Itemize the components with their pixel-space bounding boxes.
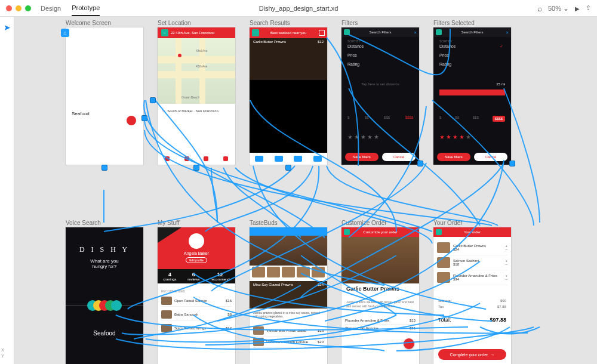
artboard-voice-search[interactable]: D I S H Y What are youhungry for? Seafoo… [66, 227, 143, 364]
tab-prototype[interactable]: Prototype [72, 1, 100, 16]
artboard-label[interactable]: Welcome Screen [66, 20, 111, 26]
artboard-label[interactable]: Customize Order [341, 220, 387, 226]
artboard-search-results[interactable]: Best seafood near you Garlic Butter Praw… [250, 27, 327, 165]
back-button[interactable] [436, 29, 442, 35]
window-maximize-icon[interactable] [25, 5, 31, 11]
profile-list: RECOMMENDED Open Faced Salmon$16 Baba Ga… [158, 287, 235, 364]
list-item[interactable]: Open Faced Salmon$16 [161, 295, 232, 307]
sort-rating[interactable]: Rating [347, 62, 364, 66]
order-item[interactable]: Salmon Sashimi$18 [437, 255, 507, 270]
edit-profile-button[interactable]: Edit profile [186, 257, 207, 263]
sort-distance[interactable]: Distance [439, 44, 456, 48]
sort-price[interactable]: Price [347, 53, 364, 57]
list-item[interactable]: Vietnamese Prawn Salad$18 [253, 325, 324, 337]
price-3[interactable]: $$$ [473, 116, 479, 122]
rating-stars[interactable]: ★★★★★ [347, 134, 380, 140]
list-item[interactable]: Baba Ganoush$8 [161, 309, 232, 320]
play-preview-icon[interactable] [575, 5, 580, 12]
map-view[interactable]: 43rd Ave 45th Ave Ocean Beach [158, 38, 235, 104]
window-minimize-icon[interactable] [16, 5, 21, 11]
price-4[interactable]: $$$$ [405, 116, 413, 119]
zoom-control[interactable]: 50% [548, 4, 569, 13]
back-button[interactable] [344, 229, 350, 235]
list-item[interactable]: Veronica's Shrimp Fondue$20 [253, 337, 324, 348]
home-node-icon[interactable] [61, 29, 69, 37]
sort-rating[interactable]: Rating [439, 62, 456, 66]
save-filters-button[interactable]: Save filters [437, 153, 470, 161]
artboard-label[interactable]: Filters Selected [433, 20, 475, 26]
link-node[interactable] [193, 165, 199, 171]
window-close-icon[interactable] [6, 5, 12, 11]
sort-distance[interactable]: Distance [347, 44, 364, 48]
order-header: Your order [464, 230, 481, 234]
qty-stepper[interactable] [505, 244, 507, 251]
close-icon[interactable]: × [506, 30, 509, 35]
chevron-down-icon[interactable] [563, 4, 569, 13]
price-1[interactable]: $ [439, 116, 441, 122]
bottom-nav[interactable] [250, 153, 327, 165]
artboard-filters-selected[interactable]: Search Filters × SORT BY Distance Price … [433, 27, 511, 165]
distance-slider[interactable] [439, 90, 505, 95]
order-item[interactable]: Flounder Amandine & Frites$34 [437, 270, 507, 285]
order-item[interactable]: Garlic Butter Prawns$24 [437, 240, 507, 255]
link-node[interactable] [417, 161, 423, 166]
complete-order-button[interactable]: Complete your order [438, 349, 506, 360]
avatar[interactable] [189, 233, 204, 249]
artboard-welcome[interactable]: Seafood [66, 27, 143, 165]
filters-header: Search Filters [369, 30, 391, 34]
artboard-label[interactable]: My Stuff [158, 220, 180, 226]
result-card[interactable]: Garlic Butter Prawns $12 [250, 38, 327, 80]
artboard-label[interactable]: Search Results [250, 20, 290, 26]
back-button[interactable]: ← [161, 29, 168, 36]
back-button[interactable] [252, 29, 259, 36]
artboard-label[interactable]: Your Order [433, 220, 463, 226]
select-tool-icon[interactable]: ➤ [4, 23, 11, 32]
artboard-label[interactable]: Voice Search [66, 220, 101, 226]
bottom-nav[interactable] [158, 153, 235, 165]
price-1[interactable]: $ [347, 116, 349, 119]
qty-stepper[interactable] [505, 274, 507, 281]
artboard-label[interactable]: Set Location [158, 20, 191, 26]
sort-price[interactable]: Price [439, 53, 456, 57]
tab-design[interactable]: Design [41, 1, 61, 16]
feature-card[interactable]: Miso Soy Glazed Prawns $24 [250, 281, 327, 309]
artboard-set-location[interactable]: ← 22 49th Ave, San Francisco 43rd Ave 45… [158, 27, 235, 165]
thumb-strip[interactable] [252, 267, 325, 277]
link-node[interactable] [285, 165, 291, 171]
cancel-filters-button[interactable]: Cancel [382, 153, 416, 161]
addon-row[interactable]: Flounder Amandine & Frites$15 [345, 317, 416, 325]
addon-row[interactable]: Shrimp Crab Fondue$21 [345, 325, 416, 332]
rating-stars[interactable]: ★★★★★ [439, 134, 472, 140]
prototype-canvas[interactable]: Welcome Screen Seafood Set Location ← 22… [14, 17, 597, 364]
add-fab-button[interactable] [404, 338, 414, 349]
artboard-label[interactable]: TasteBuds [250, 220, 278, 226]
filter-icon[interactable] [319, 30, 325, 36]
save-filters-button[interactable]: Save filters [345, 153, 378, 161]
artboard-my-stuff[interactable]: Angela Baker Edit profile 4cravings 6rev… [158, 227, 235, 364]
link-node[interactable] [101, 165, 107, 171]
price-2[interactable]: $$ [455, 116, 459, 122]
qty-stepper[interactable] [505, 259, 507, 266]
location-row[interactable]: South of Market · San Francisco [162, 109, 230, 113]
result-title: Garlic Butter Prawns [253, 40, 286, 44]
price-4[interactable]: $$$$ [493, 116, 505, 122]
list-item[interactable]: Spicy Buffalo Wings$12 [161, 323, 232, 334]
back-button[interactable] [344, 29, 350, 35]
close-icon[interactable]: × [414, 30, 417, 35]
artboard-tastebuds[interactable]: Miso Soy Glazed Prawns $24 Jumbo prawns … [250, 227, 327, 364]
map-pin-icon [178, 54, 181, 57]
artboard-customize-order[interactable]: Customize your order Garlic Butter Prawn… [341, 227, 419, 364]
link-node[interactable] [150, 97, 156, 103]
share-icon[interactable] [586, 4, 591, 12]
artboard-your-order[interactable]: Your order Garlic Butter Prawns$24 Salmo… [433, 227, 511, 364]
record-button-icon[interactable] [127, 116, 136, 125]
artboard-filters[interactable]: Search Filters × SORT BY Distance Price … [341, 27, 419, 165]
link-node[interactable] [509, 161, 515, 166]
link-node[interactable] [141, 115, 147, 121]
price-2[interactable]: $$ [365, 116, 369, 119]
cancel-filters-button[interactable]: Cancel [474, 153, 507, 161]
artboard-label[interactable]: Filters [341, 20, 358, 26]
price-3[interactable]: $$$ [384, 116, 390, 119]
search-icon[interactable] [537, 4, 542, 13]
back-button[interactable] [436, 229, 442, 235]
